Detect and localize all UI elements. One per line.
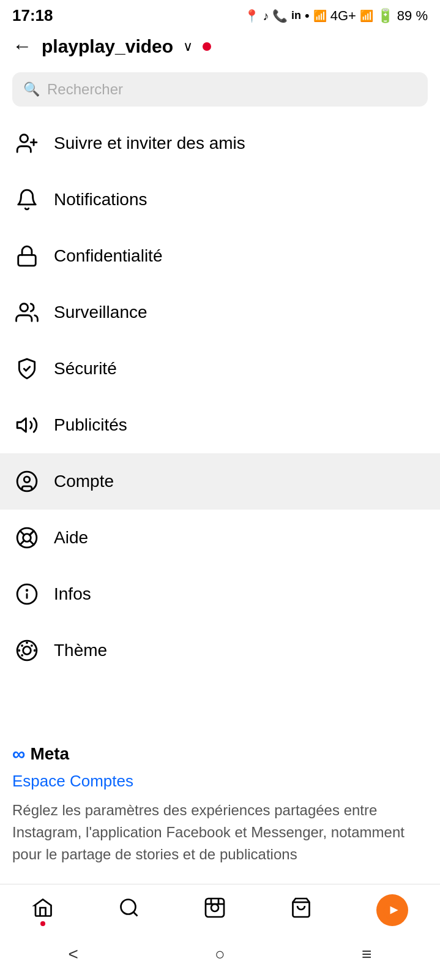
svg-line-28: [133, 912, 138, 916]
svg-point-26: [21, 654, 23, 657]
signal2-icon: 📶: [360, 9, 373, 23]
svg-point-6: [17, 472, 37, 491]
meta-logo: ∞ Meta: [12, 744, 428, 764]
network-label: 4G+: [330, 8, 356, 24]
people-icon: [12, 298, 42, 327]
menu-label-follow: Suivre et inviter des amis: [54, 134, 245, 153]
svg-point-25: [31, 644, 33, 647]
play-icon: [376, 894, 408, 926]
bottom-nav: [0, 884, 440, 932]
meta-logo-text: Meta: [30, 744, 69, 764]
bell-icon: [12, 185, 42, 214]
menu-label-publicites: Publicités: [54, 415, 127, 435]
meta-section: ∞ Meta Espace Comptes Réglez les paramèt…: [0, 731, 440, 865]
search-placeholder: Rechercher: [47, 81, 123, 98]
menu-item-compte[interactable]: Compte: [0, 453, 440, 510]
chevron-down-icon[interactable]: ∨: [183, 39, 193, 55]
notification-dot: [203, 42, 211, 51]
dot-icon: •: [305, 8, 310, 24]
header: ← playplay_video ∨: [0, 29, 440, 64]
follow-icon: [12, 129, 42, 158]
menu-item-confidentialite[interactable]: Confidentialité: [0, 228, 440, 284]
svg-point-23: [34, 649, 36, 652]
svg-point-24: [21, 644, 23, 647]
svg-point-21: [26, 641, 28, 644]
menu-label-securite: Sécurité: [54, 359, 117, 379]
svg-point-7: [24, 477, 30, 483]
menu-item-surveillance[interactable]: Surveillance: [0, 284, 440, 341]
palette-icon: [12, 636, 42, 665]
menu-item-notifications[interactable]: Notifications: [0, 172, 440, 228]
status-right: 📍 ♪ 📞 in • 📶 4G+ 📶 🔋 89 %: [244, 8, 428, 24]
svg-rect-29: [206, 899, 224, 917]
espace-comptes-link[interactable]: Espace Comptes: [12, 772, 428, 791]
menu-label-infos: Infos: [54, 584, 91, 604]
search-icon: 🔍: [23, 81, 40, 97]
nav-search[interactable]: [118, 897, 140, 924]
menu-label-surveillance: Surveillance: [54, 303, 147, 322]
shield-icon: [12, 354, 42, 383]
svg-point-0: [20, 135, 28, 143]
menu-label-confidentialite: Confidentialité: [54, 246, 162, 266]
sys-back-button[interactable]: <: [50, 941, 97, 968]
nav-reels[interactable]: [204, 897, 226, 924]
megaphone-icon: [12, 410, 42, 440]
menu-item-theme[interactable]: Thème: [0, 622, 440, 679]
lock-icon: [12, 241, 42, 271]
svg-line-10: [20, 531, 24, 535]
status-icons: 📍 ♪ 📞: [244, 9, 288, 23]
system-nav: < ○ ≡: [0, 932, 440, 980]
search-container: 🔍 Rechercher: [0, 64, 440, 115]
svg-point-4: [20, 304, 28, 312]
status-time: 17:18: [12, 6, 53, 25]
home-icon: [32, 897, 54, 924]
svg-line-13: [29, 532, 33, 535]
account-icon: [12, 467, 42, 496]
username-title: playplay_video: [42, 36, 173, 57]
nav-shop[interactable]: [290, 897, 312, 924]
battery-label: 89 %: [397, 8, 428, 24]
home-notification-dot: [40, 921, 45, 926]
info-icon: [12, 579, 42, 609]
nav-play[interactable]: [376, 894, 408, 926]
menu-label-compte: Compte: [54, 472, 114, 491]
search-box[interactable]: 🔍 Rechercher: [12, 72, 428, 107]
sys-menu-button[interactable]: ≡: [343, 941, 390, 968]
svg-line-14: [20, 540, 24, 545]
menu-label-aide: Aide: [54, 528, 88, 548]
status-bar: 17:18 📍 ♪ 📞 in • 📶 4G+ 📶 🔋 89 %: [0, 0, 440, 29]
menu-item-securite[interactable]: Sécurité: [0, 341, 440, 397]
meta-infinity-icon: ∞: [12, 744, 25, 764]
menu-item-aide[interactable]: Aide: [0, 510, 440, 566]
menu-item-follow[interactable]: Suivre et inviter des amis: [0, 115, 440, 172]
svg-point-18: [26, 590, 28, 591]
menu-list: Suivre et inviter des amis Notifications…: [0, 115, 440, 731]
sys-home-button[interactable]: ○: [196, 941, 244, 968]
menu-item-publicites[interactable]: Publicités: [0, 397, 440, 453]
svg-rect-3: [18, 255, 36, 265]
svg-marker-5: [17, 418, 26, 432]
svg-point-20: [23, 647, 31, 655]
shop-icon: [290, 897, 312, 924]
svg-point-27: [121, 900, 135, 914]
menu-label-theme: Thème: [54, 641, 107, 660]
menu-item-infos[interactable]: Infos: [0, 566, 440, 622]
svg-point-30: [211, 904, 218, 911]
battery-icon: 🔋: [377, 8, 393, 24]
help-icon: [12, 523, 42, 552]
reels-icon: [204, 897, 226, 924]
search-nav-icon: [118, 897, 140, 924]
menu-label-notifications: Notifications: [54, 190, 147, 209]
back-button[interactable]: ←: [12, 35, 32, 58]
linkedin-icon: in: [291, 9, 301, 22]
svg-point-22: [18, 649, 20, 652]
meta-description: Réglez les paramètres des expériences pa…: [12, 799, 428, 865]
svg-line-11: [29, 540, 34, 545]
nav-home[interactable]: [32, 897, 54, 924]
signal-icon: 📶: [313, 9, 327, 23]
